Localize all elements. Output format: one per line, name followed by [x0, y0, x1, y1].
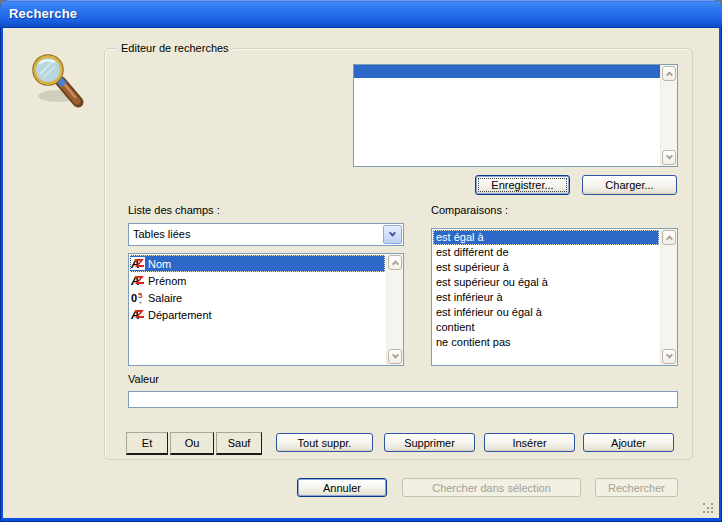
field-name-label: Nom	[148, 258, 171, 270]
scroll-down-button[interactable]	[662, 150, 676, 165]
combo-selected-value: Tables liées	[133, 228, 190, 240]
scroll-down-button[interactable]	[662, 349, 676, 364]
clear-all-button[interactable]: Tout suppr.	[276, 433, 373, 452]
chevron-down-icon	[391, 352, 398, 359]
comparison-option[interactable]: est différent de	[433, 245, 659, 260]
window-title: Recherche	[9, 6, 77, 21]
sauf-button[interactable]: Sauf	[216, 432, 262, 455]
field-name-label: Salaire	[148, 292, 182, 304]
comparisons-label: Comparaisons :	[431, 204, 508, 216]
search-editor-list[interactable]	[353, 64, 678, 167]
numeric-field-icon: 05	[131, 291, 145, 304]
cancel-button[interactable]: Annuler	[297, 478, 387, 497]
comparison-label: est supérieur à	[436, 261, 509, 273]
field-option[interactable]: A05 Département	[130, 306, 385, 323]
comparison-label: est inférieur ou égal à	[436, 306, 542, 318]
field-type-icon: A05	[131, 274, 145, 287]
field-type-icon: A05	[131, 308, 145, 321]
scroll-up-button[interactable]	[662, 66, 676, 81]
search-button: Rechercher	[595, 478, 678, 497]
resize-grip[interactable]	[702, 502, 714, 514]
chevron-up-icon	[665, 235, 672, 242]
field-type-icon: A05	[131, 291, 145, 304]
chevron-up-icon	[665, 71, 672, 78]
et-button[interactable]: Et	[126, 432, 168, 455]
comparison-option[interactable]: contient	[433, 320, 659, 335]
insert-button[interactable]: Insérer	[484, 433, 575, 452]
field-name-label: Prénom	[148, 275, 187, 287]
alpha-field-icon: A	[131, 257, 145, 270]
comparison-option[interactable]: est supérieur ou égal à	[433, 275, 659, 290]
chevron-down-icon	[665, 153, 672, 160]
alpha-field-icon: A	[131, 274, 145, 287]
editor-selected-row[interactable]	[354, 65, 660, 78]
fields-scrollbar[interactable]	[386, 254, 403, 365]
field-option[interactable]: A05 Salaire	[130, 289, 385, 306]
scroll-up-button[interactable]	[662, 230, 676, 245]
editor-groupbox-label: Editeur de recherches	[117, 42, 233, 54]
comparison-option[interactable]: est supérieur à	[433, 260, 659, 275]
dialog-body: Editeur de recherches Enregistrer... Cha…	[3, 28, 719, 518]
comparison-option[interactable]: est inférieur à	[433, 290, 659, 305]
field-name-label: Département	[148, 309, 212, 321]
scroll-down-button[interactable]	[388, 349, 402, 364]
comparison-label: est supérieur ou égal à	[436, 276, 548, 288]
value-input[interactable]	[128, 391, 678, 408]
load-button[interactable]: Charger...	[582, 175, 677, 195]
comparison-label: est égal à	[436, 231, 484, 243]
titlebar[interactable]: Recherche	[0, 0, 722, 28]
chevron-up-icon	[391, 260, 398, 267]
comparison-label: contient	[436, 321, 475, 333]
combo-dropdown-button[interactable]	[383, 225, 402, 244]
save-button[interactable]: Enregistrer...	[475, 175, 570, 195]
scroll-up-button[interactable]	[388, 255, 402, 270]
chevron-down-icon	[665, 352, 672, 359]
add-button[interactable]: Ajouter	[583, 433, 674, 452]
comparison-option[interactable]: ne contient pas	[433, 335, 659, 350]
chevron-down-icon	[389, 230, 396, 237]
field-option[interactable]: A05 Nom	[130, 255, 385, 272]
fields-table-combo[interactable]: Tables liées	[128, 223, 404, 246]
alpha-field-icon: A	[131, 308, 145, 321]
search-in-selection-button: Chercher dans sélection	[402, 478, 581, 497]
comparison-label: est inférieur à	[436, 291, 503, 303]
fields-list[interactable]: A05 Nom A05 Prénom A05 Salaire A05	[128, 253, 404, 366]
svg-text:5: 5	[138, 291, 143, 300]
magnifier-icon	[28, 52, 86, 114]
comparisons-list[interactable]: est égal à est différent de est supérieu…	[431, 228, 678, 366]
ou-button[interactable]: Ou	[170, 432, 214, 455]
field-type-icon: A05	[131, 257, 145, 270]
field-option[interactable]: A05 Prénom	[130, 272, 385, 289]
comparison-option[interactable]: est inférieur ou égal à	[433, 305, 659, 320]
value-label: Valeur	[128, 373, 159, 385]
comparisons-scrollbar[interactable]	[660, 229, 677, 365]
fields-list-label: Liste des champs :	[128, 204, 220, 216]
editor-groupbox: Editeur de recherches Enregistrer... Cha…	[104, 48, 693, 460]
editor-scrollbar[interactable]	[660, 65, 677, 166]
conjunction-buttons: Et Ou Sauf	[126, 432, 264, 455]
comparison-label: ne contient pas	[436, 336, 511, 348]
comparison-option[interactable]: est égal à	[433, 230, 659, 245]
recherche-dialog: Recherche Editeur de recherches	[0, 0, 722, 522]
delete-button[interactable]: Supprimer	[384, 433, 475, 452]
svg-text:0: 0	[131, 292, 137, 304]
comparison-label: est différent de	[436, 246, 509, 258]
